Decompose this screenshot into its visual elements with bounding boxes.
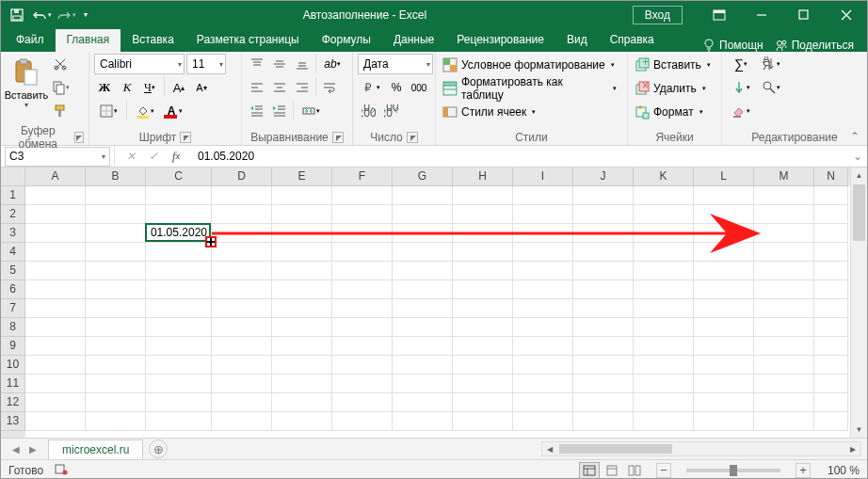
cell[interactable] (694, 280, 754, 299)
cell[interactable] (393, 280, 453, 299)
cell[interactable] (814, 243, 848, 262)
enter-formula-button[interactable]: ✓ (143, 147, 164, 166)
cell[interactable] (634, 280, 694, 299)
cell[interactable] (393, 412, 453, 431)
cell[interactable] (754, 243, 814, 262)
save-button[interactable] (7, 5, 27, 25)
increase-font-button[interactable]: A▴ (169, 77, 189, 98)
vertical-scrollbar[interactable]: ▲ ▼ (850, 168, 867, 438)
cell[interactable] (332, 299, 393, 318)
tab-вид[interactable]: Вид (555, 29, 599, 52)
cell[interactable] (573, 393, 634, 412)
column-header[interactable]: F (332, 168, 393, 186)
font-color-button[interactable]: A▾ (161, 101, 189, 121)
cell[interactable] (25, 356, 86, 375)
tab-главная[interactable]: Главная (56, 29, 121, 52)
sheet-tab-active[interactable]: microexcel.ru (48, 439, 143, 459)
find-select-button[interactable]: ▾ (757, 77, 785, 98)
cell[interactable] (814, 299, 848, 318)
cell[interactable] (212, 262, 272, 280)
cell[interactable] (272, 262, 332, 280)
font-dialog-launcher[interactable] (180, 132, 191, 143)
cell-styles-button[interactable]: Стили ячеек▾ (441, 101, 541, 123)
cell[interactable] (814, 224, 848, 243)
cell[interactable] (146, 205, 212, 224)
cell[interactable] (634, 318, 694, 337)
cell[interactable] (25, 393, 86, 412)
percent-format-button[interactable]: % (386, 77, 407, 98)
cell[interactable] (634, 262, 694, 280)
tab-справка[interactable]: Справка (599, 29, 666, 52)
column-header[interactable]: B (86, 168, 146, 186)
page-layout-view-button[interactable] (602, 462, 622, 479)
sort-filter-button[interactable]: AЯ▾ (757, 54, 785, 74)
cell[interactable] (694, 337, 754, 356)
cell[interactable] (146, 186, 212, 205)
macro-record-icon[interactable] (55, 462, 68, 478)
cell[interactable] (694, 375, 754, 393)
cell[interactable] (634, 243, 694, 262)
number-dialog-launcher[interactable] (407, 132, 418, 143)
cell[interactable] (25, 262, 86, 280)
row-header[interactable]: 8 (1, 318, 25, 337)
cell[interactable] (86, 186, 146, 205)
cell[interactable] (754, 205, 814, 224)
cell[interactable] (453, 375, 513, 393)
scroll-up-button[interactable]: ▲ (851, 168, 867, 184)
cell[interactable] (814, 205, 848, 224)
orientation-button[interactable]: ab▾ (319, 54, 346, 74)
cell[interactable] (754, 393, 814, 412)
vscroll-thumb[interactable] (853, 184, 865, 241)
autosum-button[interactable]: ∑▾ (727, 54, 755, 74)
cell[interactable] (272, 243, 332, 262)
underline-button[interactable]: Ч▾ (139, 77, 160, 98)
cell[interactable] (513, 337, 573, 356)
cell[interactable] (212, 412, 272, 431)
cell[interactable] (513, 318, 573, 337)
cell[interactable] (754, 375, 814, 393)
cell[interactable] (86, 337, 146, 356)
row-header[interactable]: 3 (1, 224, 25, 243)
cell[interactable] (272, 318, 332, 337)
cell[interactable] (393, 375, 453, 393)
cell[interactable] (453, 393, 513, 412)
paste-button[interactable]: Вставить ▾ (6, 54, 47, 125)
row-header[interactable]: 2 (1, 205, 25, 224)
row-header[interactable]: 6 (1, 280, 25, 299)
cell[interactable] (634, 299, 694, 318)
tab-вставка[interactable]: Вставка (121, 29, 185, 52)
cell[interactable] (272, 375, 332, 393)
cell[interactable] (25, 299, 86, 318)
cell[interactable] (573, 262, 634, 280)
tab-данные[interactable]: Данные (382, 29, 445, 52)
cell[interactable] (332, 412, 393, 431)
cell[interactable] (513, 186, 573, 205)
zoom-slider[interactable] (686, 469, 780, 472)
cell[interactable] (634, 224, 694, 243)
hscroll-thumb[interactable] (559, 444, 672, 454)
cell[interactable] (573, 337, 634, 356)
cell[interactable] (453, 224, 513, 243)
cell[interactable] (393, 299, 453, 318)
cell[interactable] (634, 375, 694, 393)
cell[interactable] (814, 356, 848, 375)
align-dialog-launcher[interactable] (332, 132, 344, 143)
clear-button[interactable]: ▾ (727, 101, 755, 121)
cell[interactable] (25, 224, 86, 243)
number-format-select[interactable]: Дата▾ (358, 54, 433, 74)
cell[interactable] (393, 224, 453, 243)
cell[interactable] (332, 337, 393, 356)
qat-customize-button[interactable]: ▾ (80, 5, 91, 25)
conditional-formatting-button[interactable]: Условное форматирование▾ (441, 54, 620, 76)
cell[interactable] (393, 262, 453, 280)
cell[interactable] (272, 280, 332, 299)
cell[interactable] (212, 356, 272, 375)
column-header[interactable]: E (272, 168, 332, 186)
cell[interactable] (332, 205, 393, 224)
cell[interactable] (694, 262, 754, 280)
row-header[interactable]: 13 (1, 412, 25, 431)
cell[interactable] (25, 186, 86, 205)
increase-decimal-button[interactable]: ,0,00 (358, 101, 378, 121)
row-header[interactable]: 1 (1, 186, 25, 205)
row-header[interactable]: 7 (1, 299, 25, 318)
